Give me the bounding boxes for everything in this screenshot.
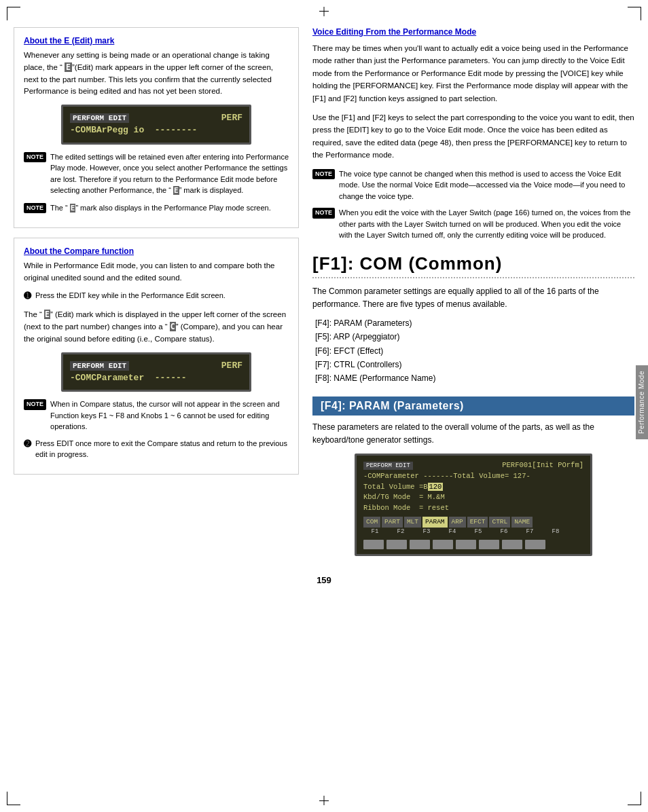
fn-label-f6: F6 [492, 528, 516, 537]
section-compare: About the Compare function While in Perf… [14, 238, 299, 474]
lcd-screen-1: PERFORM EDIT PERF -COMBArPegg io -------… [61, 105, 251, 144]
voice-note-badge-2: NOTE [312, 208, 335, 219]
corner-tr [628, 7, 641, 20]
section-edit-mark-title: About the E (Edit) mark [24, 36, 289, 45]
fn-buttons [363, 540, 583, 549]
lcd-params-line3: Total Volume =B120 [363, 482, 583, 493]
corner-bl [7, 792, 20, 805]
note-2: NOTE The “ E” mark also displays in the … [24, 202, 289, 215]
compare-status-text: The “ E” (Edit) mark which is displayed … [24, 309, 289, 345]
bottom-crosshair-h [319, 800, 329, 801]
fn-label-f1: F1 [363, 528, 386, 537]
voice-note-text-1: The voice type cannot be changed when th… [339, 168, 634, 202]
menu-item-f5: [F5]: ARP (Arpeggiator) [315, 330, 634, 344]
menu-item-f4: [F4]: PARAM (Parameters) [315, 316, 634, 330]
lcd-screen-2: PERFORM EDIT PERF -COMCParameter ------ [61, 352, 251, 392]
lcd-tab-bar: COM PART MLT PARAM ARP EFCT CTRL NAME [363, 517, 583, 528]
top-crosshair [324, 7, 325, 16]
section-edit-mark: About the E (Edit) mark Whenever any set… [14, 27, 299, 228]
lcd1-right: PERF [221, 112, 242, 124]
f1-com-text: The Common parameter settings are equall… [312, 285, 634, 311]
fn-label-f4: F4 [441, 528, 464, 537]
fn-label-f5: F5 [467, 528, 490, 537]
f1-dotted-rule [312, 277, 634, 278]
fn-btn-f5[interactable] [456, 540, 476, 549]
top-crosshair-h [319, 11, 329, 12]
fn-btn-f3[interactable] [410, 540, 430, 549]
step-2-text: Press EDIT once more to exit the Compare… [35, 438, 289, 460]
lcd2-right: PERF [221, 360, 242, 372]
tab-name: NAME [511, 517, 533, 528]
step-2-num: ➋ [24, 437, 31, 460]
section-f4-param: [F4]: PARAM (Parameters) These parameter… [312, 396, 634, 556]
fn-btn-f4[interactable] [433, 540, 453, 549]
step-1: ➊ Press the EDIT key while in the Perfor… [24, 290, 289, 303]
fn-btn-f2[interactable] [386, 540, 407, 549]
lcd-params-line4: Kbd/TG Mode = M.&M [363, 492, 583, 503]
section-edit-mark-text: Whenever any setting is being made or an… [24, 50, 289, 98]
voice-note-badge-1: NOTE [312, 169, 335, 180]
side-tab: Performance Mode [636, 365, 648, 439]
page-container: Performance Mode About the E (Edit) mark… [0, 0, 648, 812]
left-column: About the E (Edit) mark Whenever any set… [14, 27, 299, 561]
tab-param: PARAM [422, 517, 448, 528]
note-1: NOTE The edited settings will be retaine… [24, 151, 289, 197]
lcd2-line2: -COMCParameter ------ [70, 372, 242, 384]
fn-btn-f8[interactable] [525, 540, 545, 549]
lcd1-label: PERFORM EDIT [70, 112, 129, 124]
note-text-1: The edited settings will be retained eve… [50, 151, 289, 197]
menu-item-f7: [F7]: CTRL (Controllers) [315, 358, 634, 371]
voice-edit-title: Voice Editing From the Performance Mode [312, 27, 634, 37]
note-badge-1: NOTE [24, 152, 46, 163]
lcd-params-line5: Ribbon Mode = reset [363, 503, 583, 514]
fn-btn-f6[interactable] [479, 540, 499, 549]
fn-label-f8: F8 [544, 528, 567, 537]
note-badge-3: NOTE [24, 399, 46, 410]
tab-efct: EFCT [467, 517, 488, 528]
tab-com: COM [363, 517, 380, 528]
note-badge-2: NOTE [24, 203, 46, 214]
section-voice-editing: Voice Editing From the Performance Mode … [312, 27, 634, 241]
lcd-params-line2: -COMParameter -------Total Volume= 127- [363, 471, 583, 482]
fn-btn-f7[interactable] [502, 540, 522, 549]
tab-ctrl: CTRL [489, 517, 510, 528]
menu-item-f6: [F6]: EFCT (Effect) [315, 344, 634, 358]
fn-label-f7: F7 [518, 528, 541, 537]
f4-param-text: These parameters are related to the over… [312, 421, 634, 447]
section-compare-text1: While in Performance Edit mode, you can … [24, 260, 289, 284]
note-3: NOTE When in Compare status, the cursor … [24, 399, 289, 432]
menu-item-f8: [F8]: NAME (Performance Name) [315, 371, 634, 385]
corner-br [628, 792, 641, 805]
voice-note-1: NOTE The voice type cannot be changed wh… [312, 168, 634, 202]
tab-part: PART [382, 517, 403, 528]
lcd-params-line1: PERFORM EDIT PERF001[Init POrfm] [363, 460, 583, 471]
main-content: About the E (Edit) mark Whenever any set… [14, 27, 634, 561]
voice-edit-text2: Use the [F1] and [F2] keys to select the… [312, 111, 634, 162]
lcd2-label: PERFORM EDIT [70, 360, 129, 372]
step-1-text: Press the EDIT key while in the Performa… [35, 290, 226, 303]
lcd1-line2: -COMBArPegg io -------- [70, 124, 242, 136]
tab-arp: ARP [449, 517, 466, 528]
tab-mlt: MLT [404, 517, 421, 528]
f4-param-title: [F4]: PARAM (Parameters) [312, 396, 634, 416]
voice-note-2: NOTE When you edit the voice with the La… [312, 207, 634, 241]
page-number: 159 [14, 575, 634, 585]
lcd-params-label: PERFORM EDIT [363, 460, 413, 471]
section-f1-com: [F1]: COM (Common) The Common parameter … [312, 253, 634, 386]
right-column: Voice Editing From the Performance Mode … [312, 27, 634, 561]
voice-note-text-2: When you edit the voice with the Layer S… [339, 207, 634, 241]
step-1-num: ➊ [24, 289, 31, 303]
step-2: ➋ Press EDIT once more to exit the Compa… [24, 438, 289, 460]
section-compare-title: About the Compare function [24, 246, 289, 256]
note-text-3: When in Compare status, the cursor will … [50, 399, 289, 432]
corner-tl [7, 7, 20, 20]
note-text-2: The “ E” mark also displays in the Perfo… [50, 202, 271, 215]
fn-label-f2: F2 [389, 528, 412, 537]
lcd-params-screen: PERFORM EDIT PERF001[Init POrfm] -COMPar… [355, 454, 592, 556]
voice-edit-text1: There may be times when you'll want to a… [312, 42, 634, 105]
fn-label-f3: F3 [415, 528, 438, 537]
f1-com-title: [F1]: COM (Common) [312, 253, 634, 274]
lcd-params-right: PERF001[Init POrfm] [502, 460, 583, 471]
fn-btn-f1[interactable] [363, 540, 384, 549]
fn-labels: F1 F2 F3 F4 F5 F6 F7 F8 [363, 528, 583, 537]
